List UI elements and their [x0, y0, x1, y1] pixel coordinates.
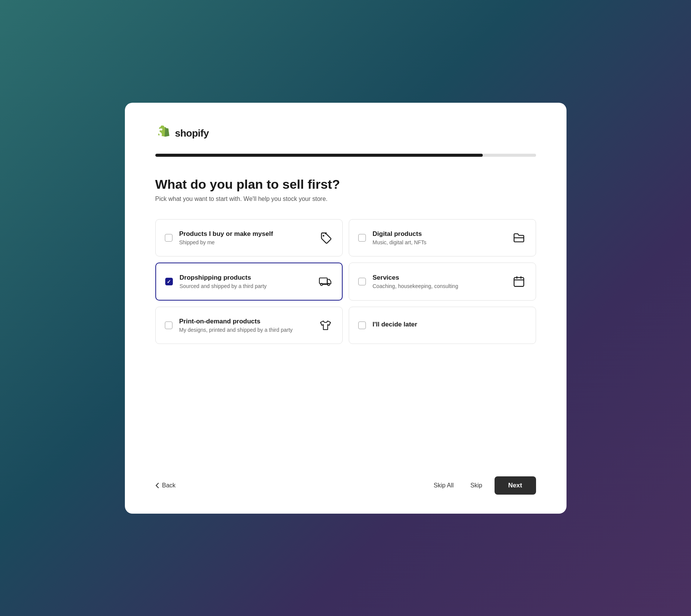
logo-text: shopify: [175, 127, 209, 139]
checkbox-digital[interactable]: [358, 234, 366, 242]
option-desc-self-made: Shipped by me: [179, 239, 313, 245]
tshirt-icon: [318, 318, 333, 333]
progress-bar-container: [155, 154, 536, 157]
back-button[interactable]: Back: [155, 482, 176, 489]
option-title-services: Services: [373, 274, 507, 282]
option-desc-print-on-demand: My designs, printed and shipped by a thi…: [179, 327, 313, 333]
checkbox-print-on-demand[interactable]: [165, 322, 172, 329]
option-title-self-made: Products I buy or make myself: [179, 230, 313, 238]
option-self-made[interactable]: Products I buy or make myself Shipped by…: [155, 219, 343, 256]
svg-point-3: [320, 283, 322, 286]
svg-point-0: [322, 235, 324, 237]
page-title: What do you plan to sell first?: [155, 177, 536, 192]
option-digital[interactable]: Digital products Music, digital art, NFT…: [349, 219, 536, 256]
svg-point-4: [327, 283, 330, 286]
option-dropshipping[interactable]: ✓ Dropshipping products Sourced and ship…: [155, 263, 343, 301]
page-subtitle: Pick what you want to start with. We'll …: [155, 196, 536, 202]
back-label: Back: [162, 482, 176, 489]
next-button[interactable]: Next: [495, 476, 536, 495]
checkbox-services[interactable]: [358, 278, 366, 285]
option-title-print-on-demand: Print-on-demand products: [179, 318, 313, 325]
option-text-decide-later: I'll decide later: [373, 321, 527, 330]
option-title-dropshipping: Dropshipping products: [180, 274, 313, 282]
option-text-self-made: Products I buy or make myself Shipped by…: [179, 230, 313, 245]
progress-bar-fill: [155, 154, 483, 157]
truck-icon: [318, 274, 333, 289]
option-text-digital: Digital products Music, digital art, NFT…: [373, 230, 507, 245]
options-grid: Products I buy or make myself Shipped by…: [155, 219, 536, 344]
checkmark-dropshipping: ✓: [167, 279, 171, 284]
svg-rect-2: [319, 278, 327, 284]
option-desc-dropshipping: Sourced and shipped by a third party: [180, 283, 313, 289]
option-desc-services: Coaching, housekeeping, consulting: [373, 283, 507, 289]
option-title-decide-later: I'll decide later: [373, 321, 527, 328]
main-modal: shopify What do you plan to sell first? …: [125, 103, 567, 514]
skip-button[interactable]: Skip: [466, 479, 487, 492]
checkbox-self-made[interactable]: [165, 234, 172, 242]
skip-all-button[interactable]: Skip All: [429, 479, 458, 492]
option-services[interactable]: Services Coaching, housekeeping, consult…: [349, 263, 536, 301]
folder-icon: [511, 230, 527, 245]
shopify-logo-icon: [155, 126, 171, 142]
back-chevron-icon: [155, 482, 159, 489]
tag-icon: [318, 230, 333, 245]
option-print-on-demand[interactable]: Print-on-demand products My designs, pri…: [155, 307, 343, 344]
option-text-print-on-demand: Print-on-demand products My designs, pri…: [179, 318, 313, 333]
svg-rect-6: [514, 278, 524, 287]
checkbox-dropshipping[interactable]: ✓: [165, 278, 173, 285]
option-title-digital: Digital products: [373, 230, 507, 238]
option-text-dropshipping: Dropshipping products Sourced and shippe…: [180, 274, 313, 289]
option-text-services: Services Coaching, housekeeping, consult…: [373, 274, 507, 289]
footer: Back Skip All Skip Next: [155, 467, 536, 495]
logo-area: shopify: [155, 126, 536, 142]
calendar-icon: [511, 274, 527, 289]
option-decide-later[interactable]: I'll decide later: [349, 307, 536, 344]
checkbox-decide-later[interactable]: [358, 322, 366, 329]
footer-right: Skip All Skip Next: [429, 476, 536, 495]
option-desc-digital: Music, digital art, NFTs: [373, 239, 507, 245]
